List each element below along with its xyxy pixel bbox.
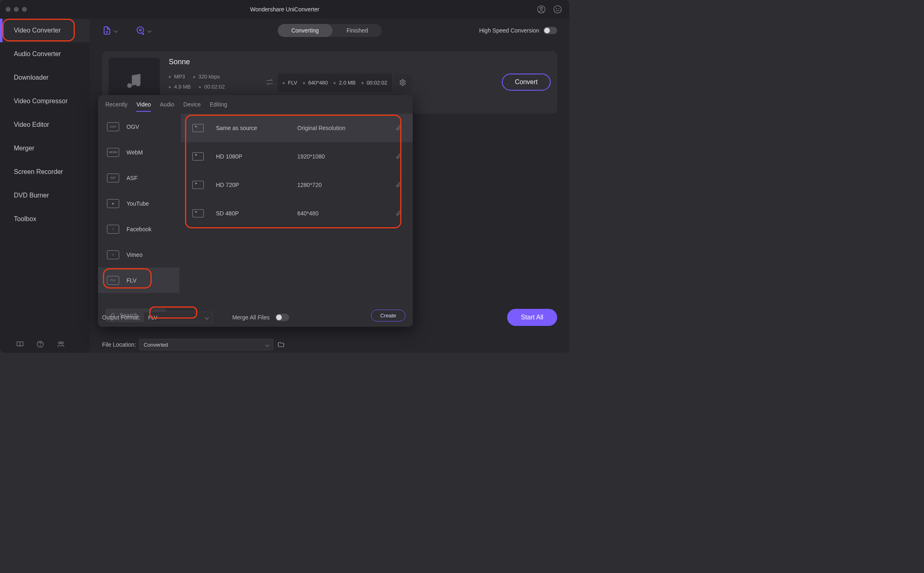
- format-item-ogv[interactable]: OGVOGV: [98, 114, 179, 139]
- bottom-bar: Output Format: FLV Merge All Files Start…: [102, 309, 557, 350]
- tutorial-icon[interactable]: [15, 340, 24, 349]
- format-item-asf[interactable]: ASFASF: [98, 165, 179, 191]
- edit-icon[interactable]: [396, 210, 403, 217]
- user-icon[interactable]: [537, 5, 546, 14]
- svg-point-8: [61, 342, 63, 344]
- format-dropdown-panel: Recently Video Audio Device Editing OGVO…: [98, 95, 413, 327]
- video-icon: [192, 181, 204, 189]
- tab-finished[interactable]: Finished: [333, 24, 382, 37]
- sidebar-item-merger[interactable]: Merger: [0, 137, 90, 160]
- svg-point-3: [556, 9, 557, 9]
- high-speed-label: High Speed Conversion: [479, 27, 539, 34]
- output-format-select[interactable]: FLV: [144, 312, 213, 323]
- sidebar-item-label: Merger: [14, 145, 35, 152]
- file-location-value: Converted: [144, 342, 168, 348]
- tab-audio[interactable]: Audio: [160, 101, 174, 108]
- src-duration: 00:02:02: [199, 84, 225, 90]
- sidebar-item-downloader[interactable]: Downloader: [0, 66, 90, 89]
- output-format-value: FLV: [148, 315, 157, 321]
- edit-icon[interactable]: [396, 181, 403, 189]
- feedback-icon[interactable]: [553, 5, 562, 14]
- convert-button[interactable]: Convert: [502, 74, 551, 91]
- tgt-size: 2.0 MB: [333, 80, 355, 86]
- merge-all-toggle[interactable]: [275, 314, 289, 321]
- resolution-item[interactable]: SD 480P 640*480: [181, 199, 413, 228]
- svg-point-7: [59, 342, 61, 344]
- sidebar-item-screen-recorder[interactable]: Screen Recorder: [0, 160, 90, 184]
- resolution-title: Same as source: [216, 125, 297, 131]
- format-item-flv[interactable]: FLVFLV: [98, 267, 179, 293]
- share-icon[interactable]: [56, 340, 65, 349]
- video-icon: [192, 124, 204, 132]
- format-label: WebM: [126, 149, 143, 156]
- resolution-item[interactable]: Same as source Original Resolution: [181, 114, 413, 142]
- sidebar-item-label: Video Compressor: [14, 98, 68, 105]
- open-folder-button[interactable]: [277, 340, 285, 349]
- add-file-button[interactable]: [102, 26, 117, 35]
- edit-icon[interactable]: [396, 153, 403, 160]
- start-all-button[interactable]: Start All: [507, 309, 557, 326]
- resolution-list: Same as source Original Resolution HD 10…: [179, 114, 413, 304]
- format-label: OGV: [126, 124, 139, 130]
- dropdown-tabs: Recently Video Audio Device Editing: [98, 95, 413, 114]
- sidebar-item-audio-converter[interactable]: Audio Converter: [0, 42, 90, 66]
- file-location-label: File Location:: [102, 341, 136, 348]
- format-badge-icon: v: [107, 250, 119, 259]
- sidebar-item-label: DVD Burner: [14, 192, 49, 199]
- tgt-duration: 00:02:02: [362, 80, 388, 86]
- sidebar-item-label: Video Editor: [14, 121, 49, 128]
- help-icon[interactable]: [36, 340, 45, 349]
- resolution-title: HD 720P: [216, 182, 297, 188]
- format-badge-icon: ASF: [107, 174, 119, 182]
- titlebar: Wondershare UniConverter: [0, 0, 569, 19]
- resolution-title: HD 1080P: [216, 153, 297, 160]
- sidebar-item-label: Audio Converter: [14, 50, 61, 58]
- svg-point-9: [137, 27, 144, 33]
- format-label: Facebook: [126, 226, 151, 232]
- svg-point-4: [558, 9, 559, 9]
- output-format-label: Output Format:: [102, 314, 140, 321]
- tgt-format: FLV: [283, 80, 297, 86]
- format-item-vimeo[interactable]: vVimeo: [98, 242, 179, 267]
- svg-point-1: [540, 7, 543, 10]
- sidebar-item-video-converter[interactable]: Video Converter: [0, 19, 90, 42]
- src-bitrate: 320 kbps: [193, 74, 220, 80]
- segment-control[interactable]: Converting Finished: [277, 24, 382, 37]
- file-location-select[interactable]: Converted: [139, 339, 273, 350]
- target-settings-button[interactable]: [394, 74, 412, 91]
- resolution-item[interactable]: HD 1080P 1920*1080: [181, 142, 413, 171]
- format-item-youtube[interactable]: ▶YouTube: [98, 191, 179, 216]
- sidebar-item-dvd-burner[interactable]: DVD Burner: [0, 184, 90, 207]
- chevron-down-icon: [114, 28, 118, 33]
- sidebar-item-label: Downloader: [14, 74, 48, 81]
- video-icon: [192, 152, 204, 161]
- sidebar-item-label: Screen Recorder: [14, 168, 63, 176]
- chevron-down-icon: [148, 28, 152, 33]
- tab-editing[interactable]: Editing: [210, 101, 227, 108]
- tab-converting[interactable]: Converting: [277, 24, 333, 37]
- resolution-sub: 640*480: [297, 210, 396, 217]
- format-item-webm[interactable]: WEBMWebM: [98, 139, 179, 165]
- high-speed-toggle[interactable]: [543, 27, 557, 34]
- sidebar-item-toolbox[interactable]: Toolbox: [0, 207, 90, 231]
- chevron-down-icon: [266, 343, 270, 347]
- edit-icon[interactable]: [396, 124, 403, 132]
- format-badge-icon: FLV: [107, 276, 119, 285]
- svg-point-2: [554, 6, 561, 13]
- resolution-item[interactable]: HD 720P 1280*720: [181, 171, 413, 199]
- format-item-facebook[interactable]: fFacebook: [98, 216, 179, 242]
- tab-recently[interactable]: Recently: [105, 101, 127, 108]
- main-panel: Converting Finished High Speed Conversio…: [90, 19, 569, 353]
- format-list[interactable]: OGVOGV WEBMWebM ASFASF ▶YouTube fFaceboo…: [98, 114, 179, 304]
- format-label: ASF: [126, 175, 137, 181]
- sidebar-item-video-editor[interactable]: Video Editor: [0, 113, 90, 137]
- merge-all-label: Merge All Files: [232, 314, 270, 321]
- tab-device[interactable]: Device: [183, 101, 201, 108]
- tab-video[interactable]: Video: [136, 101, 151, 108]
- svg-point-11: [402, 82, 404, 84]
- add-dvd-button[interactable]: [136, 26, 151, 35]
- target-info-pill[interactable]: FLV 640*480 2.0 MB 00:02:02: [278, 74, 392, 91]
- sidebar-item-video-compressor[interactable]: Video Compressor: [0, 89, 90, 113]
- tgt-resolution: 640*480: [303, 80, 328, 86]
- app-title: Wondershare UniConverter: [0, 6, 569, 13]
